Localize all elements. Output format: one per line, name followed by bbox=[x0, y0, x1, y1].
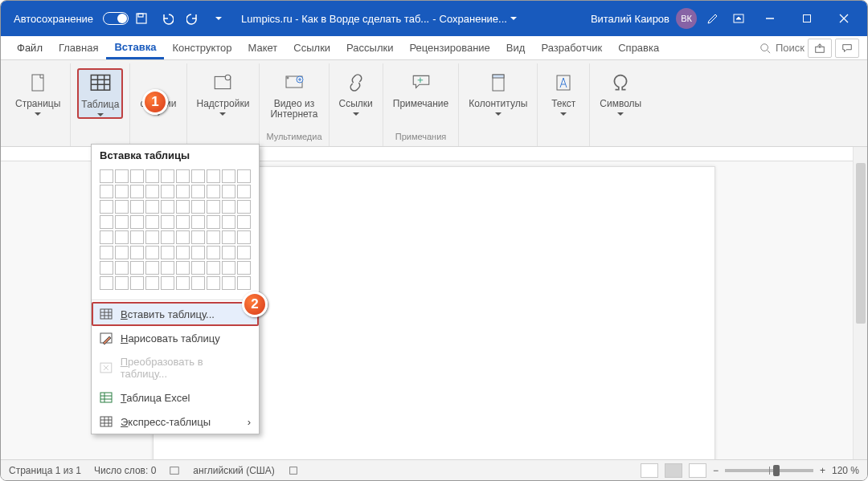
spellcheck-icon[interactable] bbox=[169, 465, 180, 476]
grid-cell[interactable] bbox=[222, 246, 235, 259]
grid-cell[interactable] bbox=[191, 230, 205, 244]
language[interactable]: английский (США) bbox=[193, 465, 274, 476]
grid-cell[interactable] bbox=[100, 276, 113, 290]
grid-cell[interactable] bbox=[145, 230, 159, 244]
grid-cell[interactable] bbox=[222, 185, 235, 198]
grid-cell[interactable] bbox=[161, 246, 174, 259]
menu-insert-table[interactable]: Вставить таблицу... bbox=[92, 302, 259, 326]
search-box[interactable]: Поиск bbox=[760, 42, 805, 54]
grid-cell[interactable] bbox=[130, 276, 144, 290]
grid-cell[interactable] bbox=[207, 246, 220, 259]
grid-cell[interactable] bbox=[176, 276, 190, 290]
header-footer-button[interactable]: Колонтитулы bbox=[465, 68, 530, 117]
vertical-scrollbar[interactable] bbox=[853, 147, 867, 459]
grid-cell[interactable] bbox=[237, 185, 251, 198]
grid-cell[interactable] bbox=[115, 261, 129, 275]
tab-review[interactable]: Рецензирование bbox=[401, 36, 497, 59]
grid-cell[interactable] bbox=[100, 200, 113, 214]
grid-cell[interactable] bbox=[145, 261, 159, 275]
grid-cell[interactable] bbox=[100, 185, 113, 198]
grid-cell[interactable] bbox=[207, 215, 220, 229]
grid-cell[interactable] bbox=[161, 200, 174, 214]
grid-cell[interactable] bbox=[100, 169, 113, 183]
tab-mailings[interactable]: Рассылки bbox=[338, 36, 401, 59]
grid-cell[interactable] bbox=[115, 276, 129, 290]
grid-cell[interactable] bbox=[176, 246, 190, 259]
tab-home[interactable]: Главная bbox=[51, 36, 106, 59]
maximize-button[interactable] bbox=[788, 1, 825, 36]
menu-draw-table[interactable]: Нарисовать таблицу bbox=[92, 326, 259, 350]
grid-cell[interactable] bbox=[237, 276, 251, 290]
grid-cell[interactable] bbox=[161, 276, 174, 290]
grid-cell[interactable] bbox=[130, 261, 144, 275]
draw-mode-icon[interactable] bbox=[700, 6, 726, 31]
grid-cell[interactable] bbox=[130, 246, 144, 259]
save-icon[interactable] bbox=[129, 6, 154, 31]
grid-cell[interactable] bbox=[145, 215, 159, 229]
grid-cell[interactable] bbox=[191, 185, 205, 198]
grid-cell[interactable] bbox=[145, 246, 159, 259]
comments-button[interactable] bbox=[835, 39, 859, 58]
grid-cell[interactable] bbox=[237, 169, 251, 183]
read-mode-button[interactable] bbox=[641, 463, 658, 478]
grid-cell[interactable] bbox=[237, 230, 251, 244]
grid-cell[interactable] bbox=[161, 169, 174, 183]
undo-icon[interactable] bbox=[154, 6, 180, 31]
pages-button[interactable]: Страницы bbox=[12, 68, 63, 117]
word-count[interactable]: Число слов: 0 bbox=[94, 465, 156, 476]
grid-cell[interactable] bbox=[222, 215, 235, 229]
grid-cell[interactable] bbox=[207, 261, 220, 275]
grid-cell[interactable] bbox=[115, 215, 129, 229]
avatar[interactable]: ВК bbox=[676, 8, 697, 29]
tab-help[interactable]: Справка bbox=[610, 36, 667, 59]
grid-cell[interactable] bbox=[176, 261, 190, 275]
grid-cell[interactable] bbox=[115, 185, 129, 198]
close-button[interactable] bbox=[825, 1, 862, 36]
links-button[interactable]: Ссылки bbox=[336, 68, 376, 117]
text-button[interactable]: Текст bbox=[544, 68, 583, 117]
grid-cell[interactable] bbox=[100, 230, 113, 244]
zoom-plus[interactable]: + bbox=[820, 465, 825, 476]
autosave-toggle[interactable] bbox=[103, 12, 129, 25]
grid-cell[interactable] bbox=[207, 276, 220, 290]
grid-cell[interactable] bbox=[207, 169, 220, 183]
grid-cell[interactable] bbox=[237, 200, 251, 214]
tab-file[interactable]: Файл bbox=[9, 36, 51, 59]
grid-cell[interactable] bbox=[145, 200, 159, 214]
redo-icon[interactable] bbox=[180, 6, 206, 31]
online-video-button[interactable]: Видео изИнтернета bbox=[267, 68, 321, 121]
menu-quick-tables[interactable]: Экспресс-таблицы › bbox=[92, 410, 259, 434]
grid-cell[interactable] bbox=[237, 246, 251, 259]
grid-cell[interactable] bbox=[207, 185, 220, 198]
grid-cell[interactable] bbox=[176, 230, 190, 244]
grid-cell[interactable] bbox=[130, 215, 144, 229]
tab-layout[interactable]: Макет bbox=[240, 36, 286, 59]
tab-developer[interactable]: Разработчик bbox=[533, 36, 610, 59]
grid-cell[interactable] bbox=[176, 169, 190, 183]
grid-cell[interactable] bbox=[176, 200, 190, 214]
grid-cell[interactable] bbox=[161, 261, 174, 275]
doc-title-caret-icon[interactable] bbox=[510, 17, 517, 20]
grid-cell[interactable] bbox=[145, 276, 159, 290]
macro-icon[interactable] bbox=[288, 465, 299, 476]
grid-cell[interactable] bbox=[222, 276, 235, 290]
grid-cell[interactable] bbox=[222, 169, 235, 183]
zoom-minus[interactable]: − bbox=[713, 465, 719, 476]
grid-cell[interactable] bbox=[145, 169, 159, 183]
ribbon-display-icon[interactable] bbox=[726, 6, 751, 31]
print-layout-button[interactable] bbox=[665, 463, 682, 478]
grid-cell[interactable] bbox=[237, 215, 251, 229]
grid-cell[interactable] bbox=[207, 230, 220, 244]
grid-cell[interactable] bbox=[115, 230, 129, 244]
grid-cell[interactable] bbox=[191, 276, 205, 290]
grid-cell[interactable] bbox=[222, 261, 235, 275]
tab-design[interactable]: Конструктор bbox=[164, 36, 240, 59]
grid-cell[interactable] bbox=[161, 230, 174, 244]
grid-cell[interactable] bbox=[130, 230, 144, 244]
grid-cell[interactable] bbox=[222, 230, 235, 244]
grid-cell[interactable] bbox=[176, 215, 190, 229]
tab-references[interactable]: Ссылки bbox=[285, 36, 338, 59]
grid-cell[interactable] bbox=[191, 215, 205, 229]
grid-cell[interactable] bbox=[191, 261, 205, 275]
grid-cell[interactable] bbox=[100, 261, 113, 275]
